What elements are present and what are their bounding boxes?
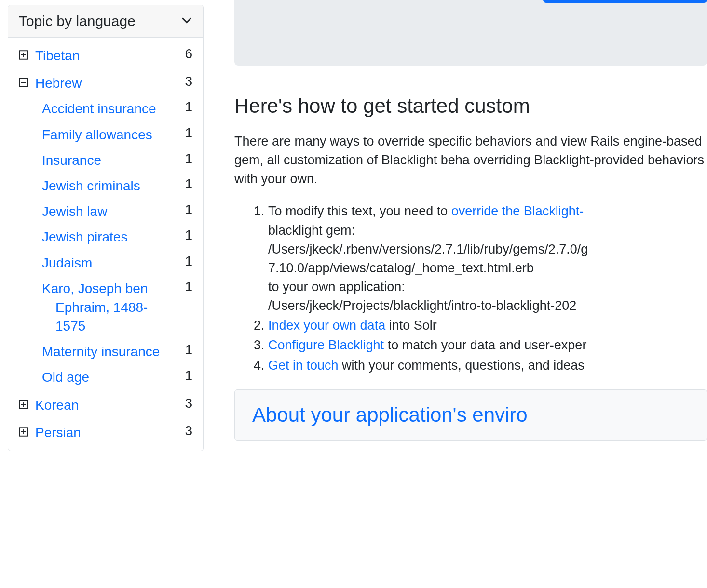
- file-path: /Users/jkeck/.rbenv/versions/2.7.1/lib/r…: [268, 242, 588, 256]
- facet-count: 3: [185, 423, 192, 439]
- facet-child-row: Jewish criminals 1: [42, 176, 192, 195]
- blue-accent-bar: [543, 0, 707, 3]
- facet-children-hebrew: Accident insurance 1 Family allowances 1…: [19, 99, 192, 387]
- main-content: Here's how to get started custom There a…: [211, 0, 707, 588]
- facet-count: 6: [185, 46, 192, 62]
- facet-child-count: 1: [185, 342, 192, 358]
- list-item: Get in touch with your comments, questio…: [268, 356, 707, 375]
- facet-child-count: 1: [185, 279, 192, 294]
- facet-child-link[interactable]: Old age: [42, 368, 89, 387]
- hero-box: [234, 0, 707, 66]
- steps-list: To modify this text, you need to overrid…: [234, 202, 707, 374]
- list-item: To modify this text, you need to overrid…: [268, 202, 707, 315]
- facet-child-count: 1: [185, 254, 192, 269]
- facet-child-link[interactable]: Maternity insurance: [42, 342, 160, 361]
- facet-child-row: Judaism 1: [42, 254, 192, 272]
- facet-link-persian[interactable]: Persian: [35, 423, 81, 442]
- file-path: /Users/jkeck/Projects/blacklight/intro-t…: [268, 298, 576, 313]
- facet-child-link[interactable]: Karo, Joseph ben Ephraim, 1488-1575: [42, 279, 167, 336]
- facet-child-link[interactable]: Accident insurance: [42, 99, 156, 118]
- collapse-icon[interactable]: [19, 74, 35, 89]
- facet-body: Tibetan 6: [8, 38, 203, 451]
- facet-child-row: Maternity insurance 1: [42, 342, 192, 361]
- facet-link-korean[interactable]: Korean: [35, 396, 79, 414]
- facet-child-count: 1: [185, 176, 192, 192]
- facet-child-count: 1: [185, 99, 192, 115]
- facet-item-persian: Persian 3: [19, 423, 192, 442]
- list-item: Configure Blacklight to match your data …: [268, 336, 707, 355]
- environment-link[interactable]: About your application's enviro: [252, 403, 528, 426]
- facet-child-link[interactable]: Jewish criminals: [42, 176, 140, 195]
- facet-link-hebrew[interactable]: Hebrew: [35, 74, 82, 93]
- facet-panel: Topic by language: [8, 5, 204, 451]
- facet-link-tibetan[interactable]: Tibetan: [35, 46, 80, 65]
- facet-child-row: Old age 1: [42, 368, 192, 387]
- facet-child-row: Insurance 1: [42, 151, 192, 170]
- facet-item-korean: Korean 3: [19, 396, 192, 414]
- chevron-down-icon: [181, 14, 192, 28]
- override-link[interactable]: override the Blacklight-: [451, 204, 584, 218]
- facet-child-count: 1: [185, 125, 192, 141]
- configure-link[interactable]: Configure Blacklight: [268, 338, 384, 352]
- getting-started-heading: Here's how to get started custom: [234, 94, 707, 118]
- list-text: to your own application:: [268, 280, 405, 294]
- facet-item-hebrew: Hebrew 3 Accident insurance 1 Family all…: [19, 74, 192, 387]
- facet-child-count: 1: [185, 227, 192, 243]
- list-text: with your comments, questions, and ideas: [339, 358, 585, 373]
- facet-child-row: Family allowances 1: [42, 125, 192, 144]
- facet-title: Topic by language: [19, 13, 136, 29]
- facet-count: 3: [185, 74, 192, 89]
- file-path: 7.10.0/app/views/catalog/_home_text.html…: [268, 261, 534, 275]
- facet-child-count: 1: [185, 202, 192, 217]
- facet-child-link[interactable]: Family allowances: [42, 125, 152, 144]
- sidebar: Topic by language: [0, 0, 211, 588]
- get-in-touch-link[interactable]: Get in touch: [268, 358, 339, 373]
- facet-child-row: Karo, Joseph ben Ephraim, 1488-1575 1: [42, 279, 192, 336]
- facet-child-row: Jewish pirates 1: [42, 227, 192, 246]
- list-text: To modify this text, you need to: [268, 204, 451, 218]
- facet-child-count: 1: [185, 151, 192, 166]
- expand-icon[interactable]: [19, 423, 35, 439]
- expand-icon[interactable]: [19, 46, 35, 62]
- facet-count: 3: [185, 396, 192, 411]
- facet-item-tibetan: Tibetan 6: [19, 46, 192, 65]
- facet-child-row: Jewish law 1: [42, 202, 192, 221]
- intro-paragraph: There are many ways to override specific…: [234, 132, 707, 188]
- list-text: blacklight gem:: [268, 223, 355, 238]
- facet-child-count: 1: [185, 368, 192, 383]
- facet-child-link[interactable]: Insurance: [42, 151, 101, 170]
- facet-header[interactable]: Topic by language: [8, 5, 203, 38]
- list-text: into Solr: [385, 318, 437, 333]
- facet-child-link[interactable]: Jewish law: [42, 202, 107, 221]
- index-data-link[interactable]: Index your own data: [268, 318, 385, 333]
- list-text: to match your data and user-exper: [384, 338, 586, 352]
- facet-child-row: Accident insurance 1: [42, 99, 192, 118]
- list-item: Index your own data into Solr: [268, 316, 707, 335]
- expand-icon[interactable]: [19, 396, 35, 411]
- environment-box: About your application's enviro: [234, 389, 707, 441]
- facet-child-link[interactable]: Judaism: [42, 254, 92, 272]
- facet-child-link[interactable]: Jewish pirates: [42, 227, 127, 246]
